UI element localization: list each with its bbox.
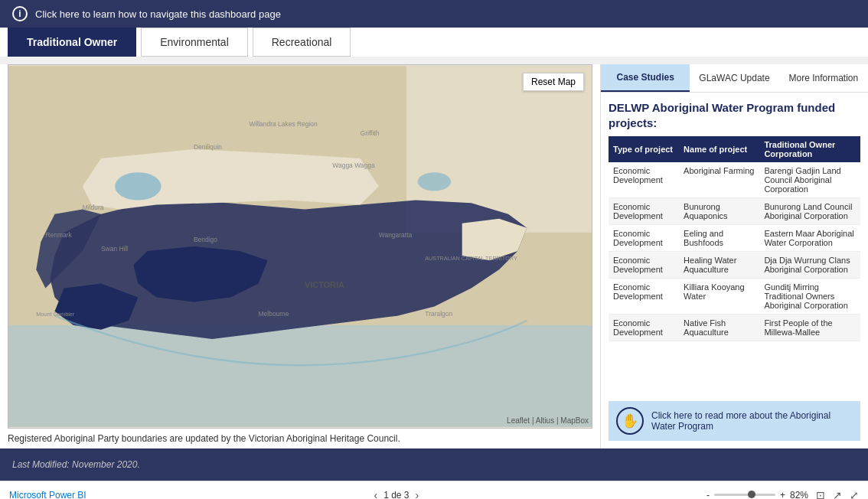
- col-header-type: Type of project: [609, 136, 679, 162]
- svg-text:Bendigo: Bendigo: [194, 236, 217, 243]
- table-row: Economic Development Bunurong Aquaponics…: [609, 198, 860, 225]
- cell-name-6: Native Fish Aquaculture: [679, 315, 759, 341]
- footer-bar: Last Modified: November 2020.: [0, 448, 868, 481]
- status-right: - + 82% ⊡ ↗ ⤢: [706, 489, 859, 500]
- share-icon[interactable]: ↗: [833, 489, 842, 500]
- right-panel: Case Studies GLaWAC Update More Informat…: [600, 64, 868, 448]
- map-caption: Registered Aboriginal Party boundaries a…: [8, 433, 592, 444]
- cell-type-2: Economic Development: [609, 198, 679, 225]
- zoom-plus-button[interactable]: +: [780, 490, 785, 500]
- info-bar[interactable]: i Click here to learn how to navigate th…: [0, 0, 868, 28]
- cell-type-1: Economic Development: [609, 162, 679, 198]
- water-program-text: Click here to read more about the Aborig…: [651, 410, 853, 432]
- right-tab-bar: Case Studies GLaWAC Update More Informat…: [601, 64, 868, 93]
- table-row: Economic Development Aboriginal Farming …: [609, 162, 860, 198]
- svg-text:Willandra Lakes Region: Willandra Lakes Region: [249, 120, 318, 128]
- svg-text:Traralgon: Traralgon: [425, 310, 452, 318]
- svg-text:Deniliquin: Deniliquin: [194, 143, 222, 151]
- cell-owner-5: Gunditj Mirring Traditional Owners Abori…: [759, 279, 860, 315]
- powerbi-link[interactable]: Microsoft Power BI: [9, 490, 86, 500]
- cell-owner-4: Dja Dja Wurrung Clans Aboriginal Corpora…: [759, 252, 860, 279]
- fullscreen-icon[interactable]: ⤢: [850, 489, 859, 500]
- svg-text:Wagga Wagga: Wagga Wagga: [332, 161, 375, 169]
- svg-text:Mildura: Mildura: [83, 204, 104, 211]
- table-row: Economic Development Eeling and Bushfood…: [609, 225, 860, 252]
- cell-type-3: Economic Development: [609, 225, 679, 252]
- svg-text:Renmark: Renmark: [45, 231, 72, 239]
- info-icon: i: [12, 6, 28, 21]
- cell-type-5: Economic Development: [609, 279, 679, 315]
- prev-page-button[interactable]: ‹: [374, 489, 377, 500]
- tab-more-information[interactable]: More Information: [779, 64, 868, 92]
- table-header: Type of project Name of project Traditio…: [609, 136, 860, 162]
- info-bar-text: Click here to learn how to navigate this…: [35, 8, 281, 20]
- zoom-value: 82%: [790, 490, 808, 500]
- cell-name-2: Bunurong Aquaponics: [679, 198, 759, 225]
- right-title: DELWP Aboriginal Water Program funded pr…: [609, 100, 860, 130]
- status-bar: Microsoft Power BI ‹ 1 de 3 › - + 82% ⊡ …: [0, 481, 868, 499]
- col-header-name: Name of project: [679, 136, 759, 162]
- cell-owner-1: Barengi Gadjin Land Council Aboriginal C…: [759, 162, 860, 198]
- cell-owner-6: First People of the Millewa-Mallee: [759, 315, 860, 341]
- svg-point-9: [115, 172, 161, 200]
- svg-rect-1: [8, 325, 592, 427]
- fit-page-icon[interactable]: ⊡: [816, 489, 825, 500]
- table-row: Economic Development Native Fish Aquacul…: [609, 315, 860, 341]
- cell-name-3: Eeling and Bushfoods: [679, 225, 759, 252]
- hand-icon: ✋: [616, 407, 644, 435]
- zoom-slider[interactable]: [714, 494, 775, 496]
- map-svg: VIC Griffith Willandra Lakes Region AUST…: [8, 65, 592, 428]
- svg-text:AUSTRALIAN CAPITAL TERRITORY: AUSTRALIAN CAPITAL TERRITORY: [425, 255, 517, 262]
- table-row: Economic Development Killiara Kooyang Wa…: [609, 279, 860, 315]
- tab-bar: Traditional Owner Environmental Recreati…: [0, 28, 868, 57]
- left-panel: VIC Griffith Willandra Lakes Region AUST…: [0, 64, 600, 448]
- page-label: 1 de 3: [383, 490, 409, 500]
- svg-point-10: [418, 172, 452, 191]
- zoom-minus-button[interactable]: -: [706, 490, 710, 500]
- cell-type-6: Economic Development: [609, 315, 679, 341]
- zoom-handle: [748, 491, 755, 498]
- col-header-owner: Traditional Owner Corporation: [759, 136, 860, 162]
- tab-environmental[interactable]: Environmental: [141, 28, 248, 57]
- pagination: ‹ 1 de 3 ›: [374, 489, 419, 500]
- next-page-button[interactable]: ›: [416, 489, 419, 500]
- cell-name-4: Healing Water Aquaculture: [679, 252, 759, 279]
- reset-map-button[interactable]: Reset Map: [523, 73, 584, 91]
- right-content: DELWP Aboriginal Water Program funded pr…: [601, 93, 868, 448]
- zoom-controls: - + 82%: [706, 490, 808, 500]
- tab-glawac-update[interactable]: GLaWAC Update: [690, 64, 778, 92]
- tab-traditional-owner[interactable]: Traditional Owner: [8, 28, 136, 57]
- svg-text:Wangaratta: Wangaratta: [379, 231, 413, 239]
- map-container[interactable]: VIC Griffith Willandra Lakes Region AUST…: [8, 64, 592, 429]
- svg-text:Griffith: Griffith: [361, 129, 380, 137]
- svg-text:Swan Hill: Swan Hill: [101, 245, 128, 253]
- svg-text:Mount Gambier: Mount Gambier: [36, 311, 75, 318]
- tab-case-studies[interactable]: Case Studies: [601, 64, 690, 92]
- cell-name-5: Killiara Kooyang Water: [679, 279, 759, 315]
- project-table: Type of project Name of project Traditio…: [609, 136, 860, 395]
- table-row: Economic Development Healing Water Aquac…: [609, 252, 860, 279]
- svg-text:VICTORIA: VICTORIA: [305, 280, 344, 289]
- water-program-button[interactable]: ✋ Click here to read more about the Abor…: [609, 401, 860, 441]
- footer-modified-text: Last Modified: November 2020.: [12, 459, 140, 470]
- cell-name-1: Aboriginal Farming: [679, 162, 759, 198]
- svg-text:Melbourne: Melbourne: [259, 310, 289, 318]
- table-body: Economic Development Aboriginal Farming …: [609, 162, 860, 341]
- map-attribution: Leaflet | Altius | MapBox: [507, 416, 589, 425]
- tab-recreational[interactable]: Recreational: [253, 28, 351, 57]
- cell-type-4: Economic Development: [609, 252, 679, 279]
- cell-owner-2: Bunurong Land Council Aboriginal Corpora…: [759, 198, 860, 225]
- cell-owner-3: Eastern Maar Aboriginal Water Corporatio…: [759, 225, 860, 252]
